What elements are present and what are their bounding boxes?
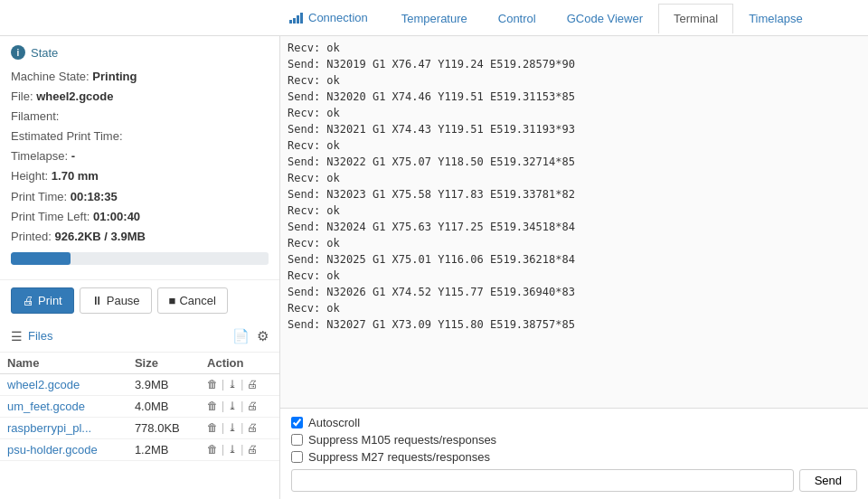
log-line: Send: N32022 G1 X75.07 Y118.50 E519.3271… [288, 154, 861, 170]
signal-icon [289, 12, 303, 24]
height-row: Height: 1.70 mm [11, 166, 269, 186]
log-line: Send: N32027 G1 X73.09 Y115.80 E519.3875… [288, 316, 861, 333]
tab-control[interactable]: Control [483, 4, 552, 33]
suppress-m27-checkbox[interactable] [291, 451, 303, 463]
log-line: Send: N32023 G1 X75.58 Y117.83 E519.3378… [288, 186, 861, 202]
progress-bar-container [11, 252, 269, 265]
file-name[interactable]: um_feet.gcode [7, 400, 85, 413]
terminal-log[interactable]: Recv: okSend: N32019 G1 X76.47 Y119.24 E… [280, 36, 868, 409]
info-icon: i [11, 45, 25, 60]
pause-icon: ⏸ [91, 294, 103, 307]
est-print-time-row: Estimated Print Time: [11, 127, 269, 146]
print-time-row: Print Time: 00:18:35 [11, 187, 269, 207]
file-size: 3.9MB [127, 373, 200, 395]
print-file-icon[interactable]: 🖨 [247, 443, 258, 456]
settings-icon[interactable]: ⚙ [257, 328, 269, 344]
timelapse-value: - [71, 149, 75, 163]
nav-tabs: Temperature Control GCode Viewer Termina… [386, 4, 818, 33]
log-line: Send: N32020 G1 X74.46 Y119.51 E519.3115… [288, 89, 861, 105]
print-button[interactable]: 🖨 Print [11, 287, 74, 314]
send-button-label: Send [815, 474, 842, 487]
printed-label: Printed: [11, 230, 52, 243]
log-line: Recv: ok [288, 137, 861, 154]
pause-button[interactable]: ⏸ Pause [80, 287, 152, 314]
autoscroll-row: Autoscroll [291, 416, 857, 429]
log-line: Recv: ok [288, 235, 861, 251]
files-section: ☰ Files 📄 ⚙ Name Size Action [0, 321, 279, 499]
timelapse-row: Timelapse: - [11, 146, 269, 166]
state-section: i State Machine State: Printing File: wh… [0, 36, 279, 280]
tab-gcode-viewer[interactable]: GCode Viewer [552, 4, 658, 33]
print-time-left-row: Print Time Left: 01:00:40 [11, 207, 269, 227]
download-icon[interactable]: ⤓ [228, 400, 237, 412]
left-panel: i State Machine State: Printing File: wh… [0, 36, 280, 499]
autoscroll-checkbox[interactable] [291, 417, 303, 428]
files-table-header: Name Size Action [0, 353, 279, 374]
cancel-label: Cancel [179, 294, 215, 307]
suppress-m105-checkbox[interactable] [291, 434, 303, 446]
log-line: Send: N32024 G1 X75.63 Y117.25 E519.3451… [288, 219, 861, 235]
files-actions: 📄 ⚙ [232, 328, 269, 344]
file-name[interactable]: psu-holder.gcode [7, 443, 98, 457]
table-row: raspberrypi_pl... 778.0KB 🗑 | ⤓ | 🖨 [0, 417, 279, 438]
file-row: File: wheel2.gcode [11, 87, 269, 107]
download-icon[interactable]: ⤓ [228, 443, 237, 456]
tab-temperature[interactable]: Temperature [386, 4, 483, 33]
tab-timelapse[interactable]: Timelapse [733, 4, 817, 33]
main-layout: i State Machine State: Printing File: wh… [0, 36, 868, 499]
delete-icon[interactable]: 🗑 [207, 378, 218, 391]
delete-icon[interactable]: 🗑 [207, 400, 218, 412]
files-header: ☰ Files 📄 ⚙ [0, 321, 279, 353]
print-time-value: 00:18:35 [71, 190, 118, 203]
files-title: ☰ Files [11, 329, 232, 344]
print-time-left-label: Print Time Left: [11, 210, 90, 223]
log-line: Send: N32025 G1 X75.01 Y116.06 E519.3621… [288, 251, 861, 268]
connection-label: Connection [308, 11, 368, 24]
file-value: wheel2.gcode [36, 89, 113, 103]
send-button[interactable]: Send [799, 469, 857, 492]
file-actions: 🗑 | ⤓ | 🖨 [207, 378, 272, 391]
print-file-icon[interactable]: 🖨 [247, 400, 258, 412]
terminal-controls: Autoscroll Suppress M105 requests/respon… [280, 409, 868, 499]
log-line: Send: N32019 G1 X76.47 Y119.24 E519.2857… [288, 56, 861, 72]
print-file-icon[interactable]: 🖨 [247, 421, 258, 434]
state-title: State [31, 46, 58, 60]
printed-row: Printed: 926.2KB / 3.9MB [11, 227, 269, 247]
print-file-icon[interactable]: 🖨 [247, 378, 258, 391]
est-print-time-label: Estimated Print Time: [11, 129, 123, 143]
log-line: Recv: ok [288, 268, 861, 284]
machine-state-value: Printing [92, 70, 137, 83]
col-size: Size [127, 353, 200, 374]
cancel-button[interactable]: ■ Cancel [157, 287, 228, 314]
download-icon[interactable]: ⤓ [228, 378, 237, 391]
connection-link[interactable]: Connection [9, 11, 368, 24]
cancel-icon: ■ [169, 294, 176, 307]
file-name[interactable]: raspberrypi_pl... [7, 421, 91, 435]
file-size: 1.2MB [127, 438, 200, 460]
top-nav: Connection Temperature Control GCode Vie… [0, 0, 868, 36]
col-action: Action [200, 353, 279, 374]
file-actions: 🗑 | ⤓ | 🖨 [207, 421, 272, 434]
printed-value: 926.2KB / 3.9MB [54, 230, 145, 243]
delete-icon[interactable]: 🗑 [207, 421, 218, 434]
filament-row: Filament: [11, 107, 269, 127]
progress-bar-fill [11, 252, 71, 265]
file-label: File: [11, 89, 33, 103]
delete-icon[interactable]: 🗑 [207, 443, 218, 456]
upload-file-icon[interactable]: 📄 [232, 328, 250, 344]
action-buttons: 🖨 Print ⏸ Pause ■ Cancel [0, 280, 279, 321]
print-time-left-value: 01:00:40 [93, 210, 140, 223]
file-actions: 🗑 | ⤓ | 🖨 [207, 400, 272, 412]
log-line: Recv: ok [288, 105, 861, 121]
log-line: Recv: ok [288, 170, 861, 186]
machine-state-row: Machine State: Printing [11, 67, 269, 87]
file-name[interactable]: wheel2.gcode [7, 378, 80, 391]
tab-terminal[interactable]: Terminal [658, 4, 733, 33]
state-info: Machine State: Printing File: wheel2.gco… [11, 67, 269, 247]
send-input[interactable] [291, 469, 794, 492]
download-icon[interactable]: ⤓ [228, 421, 237, 434]
pause-label: Pause [107, 294, 140, 307]
autoscroll-label: Autoscroll [308, 416, 360, 429]
timelapse-label: Timelapse: [11, 149, 68, 163]
files-scroll[interactable]: Name Size Action wheel2.gcode 3.9MB 🗑 | … [0, 353, 279, 499]
